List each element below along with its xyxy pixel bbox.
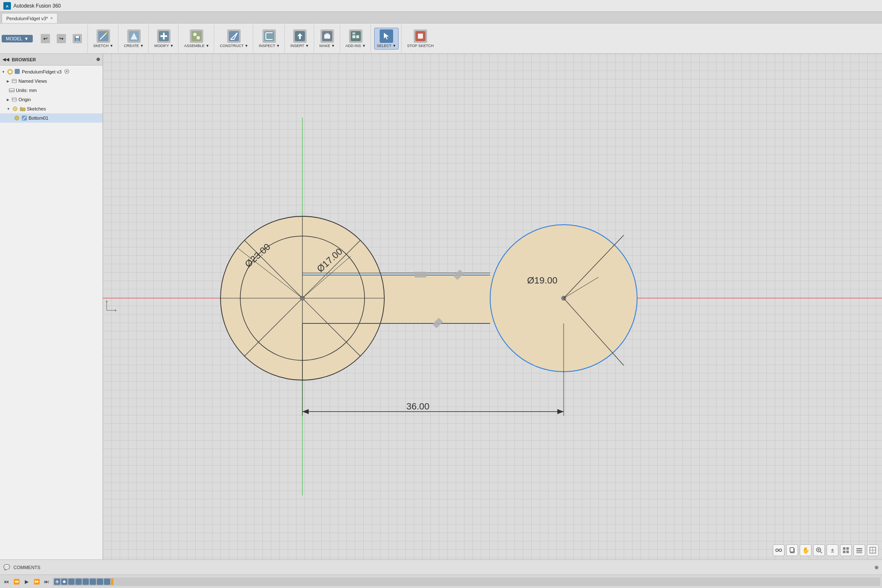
tree-label-root: PendulumFidget v3	[22, 69, 62, 74]
sidebar: ◀◀ BROWSER ⊕ ▼ PendulumFidget v3	[0, 54, 103, 559]
tree-item-origin[interactable]: ▶ Origin	[0, 95, 102, 104]
browser-tree: ▼ PendulumFidget v3 ▶ Named Views	[0, 66, 102, 559]
timeline-marker-3[interactable]	[68, 578, 75, 585]
toolbar-group-create: CREATE ▼	[119, 24, 149, 53]
tree-item-root[interactable]: ▼ PendulumFidget v3	[0, 67, 102, 76]
inspect-label: INSPECT ▼	[259, 44, 280, 48]
tree-item-bottom01[interactable]: Bottom01	[0, 113, 102, 123]
tree-item-units[interactable]: mm Units: mm	[0, 86, 102, 95]
insert-icon	[293, 29, 307, 43]
tree-node-icon-units: mm	[8, 87, 15, 94]
svg-rect-101	[843, 551, 845, 553]
canvas-area[interactable]: Ø23.00 Ø17.00 Ø19.00 36.00	[103, 54, 882, 559]
model-arrow: ▼	[24, 36, 29, 41]
viewport-zoom-button[interactable]	[813, 544, 825, 556]
insert-label: INSERT ▼	[290, 44, 309, 48]
svg-point-15	[197, 36, 200, 39]
timeline-playhead[interactable]	[111, 578, 113, 585]
svg-text:mm: mm	[10, 89, 14, 92]
viewport-zoomfit-button[interactable]: ±	[827, 544, 838, 556]
timeline-marker-5[interactable]	[82, 578, 89, 585]
timeline-prev-button[interactable]: ⏪	[12, 577, 21, 586]
timeline-next-button[interactable]: ⏩	[32, 577, 41, 586]
save-button[interactable]	[70, 33, 85, 44]
timeline-marker-4[interactable]	[75, 578, 82, 585]
tree-node-icon-origin	[11, 96, 18, 103]
viewport-pan-button[interactable]: ✋	[800, 544, 811, 556]
app-icon: A	[3, 2, 11, 10]
main-area: ◀◀ BROWSER ⊕ ▼ PendulumFidget v3	[0, 54, 882, 559]
timeline-fastforward-button[interactable]: ⏭	[42, 577, 51, 586]
sketch-label: SKETCH ▼	[93, 44, 113, 48]
svg-point-42	[66, 71, 68, 72]
toolbar-group-file: ↩ ↪	[35, 24, 88, 53]
tree-label-units: Units: mm	[16, 88, 37, 93]
undo-button[interactable]: ↩	[38, 33, 53, 44]
make-button[interactable]: MAKE ▼	[318, 28, 337, 49]
addins-button[interactable]: ADD-INS ▼	[344, 28, 368, 49]
comments-collapse-icon[interactable]: ⊕	[874, 564, 879, 570]
tree-node-icon-namedviews	[11, 78, 18, 84]
timeline-play-button[interactable]: ▶	[22, 577, 31, 586]
create-label: CREATE ▼	[124, 44, 144, 48]
timeline-track[interactable]	[53, 578, 880, 586]
tree-label-origin: Origin	[18, 97, 31, 102]
svg-marker-85	[302, 409, 309, 414]
tree-item-named-views[interactable]: ▶ Named Views	[0, 76, 102, 86]
tree-node-icon-sketches	[12, 105, 18, 112]
sketch-button[interactable]: SKETCH ▼	[91, 28, 116, 49]
assemble-button[interactable]: ASSEMBLE ▼	[182, 28, 211, 49]
toolbar-group-addins: ADD-INS ▼	[341, 24, 371, 53]
svg-rect-31	[352, 35, 355, 38]
svg-text:Ø19.00: Ø19.00	[527, 275, 557, 286]
tree-label-bottom01: Bottom01	[29, 116, 48, 121]
tab-close-button[interactable]: ×	[50, 16, 53, 21]
timeline-marker-8[interactable]	[104, 578, 110, 585]
viewport-display1-button[interactable]	[840, 544, 852, 556]
svg-rect-103	[856, 548, 862, 549]
collapse-browser-icon[interactable]: ◀◀	[3, 57, 9, 62]
toolbar-group-sketch: SKETCH ▼	[89, 24, 118, 53]
timeline-rewind-button[interactable]: ⏮	[2, 577, 11, 586]
viewport-joint-button[interactable]	[773, 544, 785, 556]
modify-button[interactable]: MODIFY ▼	[152, 28, 176, 49]
tree-expand-sketches-icon: ▼	[7, 107, 10, 111]
tree-item-sketches[interactable]: ▼ Sketches	[0, 104, 102, 113]
select-button[interactable]: SELECT ▼	[374, 28, 399, 50]
viewport-display3-button[interactable]	[867, 544, 879, 556]
toolbar-group-make: MAKE ▼	[315, 24, 340, 53]
svg-rect-115	[76, 579, 81, 585]
model-dropdown-button[interactable]: MODEL ▼	[2, 35, 33, 42]
addins-label: ADD-INS ▼	[346, 44, 366, 48]
addins-icon	[349, 29, 362, 43]
svg-rect-33	[352, 32, 355, 34]
timeline-marker-6[interactable]	[89, 578, 96, 585]
svg-rect-4	[76, 39, 79, 41]
timeline-marker-1[interactable]	[54, 578, 60, 585]
tree-node-icon-root	[7, 68, 13, 75]
svg-rect-26	[299, 36, 301, 39]
svg-point-113	[63, 580, 66, 583]
browser-options-icon[interactable]: ⊕	[96, 57, 100, 62]
tree-settings-icon[interactable]	[64, 69, 69, 75]
tree-label-named-views: Named Views	[18, 79, 47, 84]
create-button[interactable]: CREATE ▼	[122, 28, 146, 49]
timeline-marker-7[interactable]	[97, 578, 103, 585]
timeline-marker-2[interactable]	[61, 578, 68, 585]
svg-rect-119	[104, 579, 110, 585]
svg-point-91	[779, 549, 782, 551]
file-tab[interactable]: PendulumFidget v3* ×	[2, 13, 58, 23]
insert-button[interactable]: INSERT ▼	[288, 28, 311, 49]
viewport-display2-button[interactable]	[853, 544, 865, 556]
svg-rect-105	[856, 552, 862, 553]
svg-rect-12	[163, 33, 165, 39]
svg-point-50	[15, 116, 19, 120]
svg-point-7	[106, 32, 108, 34]
modify-label: MODIFY ▼	[154, 44, 173, 48]
comments-icon: 💬	[3, 564, 10, 570]
stop-sketch-button[interactable]: STOP SKETCH	[405, 28, 436, 49]
redo-button[interactable]: ↪	[54, 33, 69, 44]
viewport-copy-button[interactable]	[786, 544, 798, 556]
inspect-button[interactable]: INSPECT ▼	[257, 28, 282, 49]
construct-button[interactable]: CONSTRUCT ▼	[218, 28, 250, 49]
